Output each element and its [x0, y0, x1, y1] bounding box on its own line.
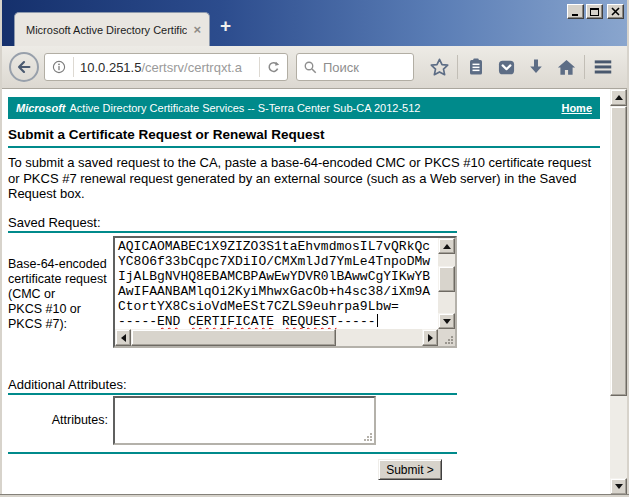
page-scroll-thumb[interactable] — [610, 106, 627, 396]
request-line: YC8O6f33bCqpc7XDiIO/CMXmlJd7YmLe4TnpoDMw — [118, 254, 435, 269]
triangle-up-icon — [615, 95, 623, 100]
saved-request-rule — [8, 231, 457, 233]
attributes-text — [115, 398, 374, 443]
info-icon[interactable] — [51, 59, 67, 75]
browser-window: Microsoft Active Directory Certific... ×… — [0, 0, 629, 497]
request-vertical-scrollbar[interactable] — [438, 238, 455, 329]
triangle-up-icon — [443, 244, 451, 249]
close-icon — [611, 7, 620, 16]
toolbar-divider-2 — [584, 55, 585, 79]
page-scroll-up-button[interactable] — [610, 89, 627, 106]
banner: Microsoft Active Directory Certificate S… — [8, 97, 600, 119]
vertical-scroll-thumb[interactable] — [438, 266, 455, 292]
urlbar-divider — [73, 57, 74, 77]
pocket-button[interactable] — [491, 52, 521, 82]
resize-grip-icon[interactable] — [443, 334, 454, 345]
hamburger-icon — [592, 56, 614, 78]
tab-title: Microsoft Active Directory Certific... — [26, 24, 187, 36]
window-controls — [567, 4, 624, 19]
triangle-left-icon — [121, 334, 126, 342]
home-icon — [556, 57, 577, 78]
minimize-button[interactable] — [567, 4, 584, 19]
request-line: AQICAOMABEC1X9ZIZO3S1taEhvmdmosIL7vQRkQc — [118, 239, 435, 254]
window-frame-left — [0, 0, 2, 497]
back-button[interactable] — [9, 52, 39, 82]
close-button[interactable] — [607, 4, 624, 19]
additional-attributes-rule — [8, 393, 457, 395]
search-box[interactable] — [296, 53, 414, 81]
attributes-label: Attributes: — [8, 413, 108, 427]
request-line: AwIFAANBAMlqOi2KyiMhwxGacOb+h4sc38/iXm9A — [118, 284, 435, 299]
request-textarea[interactable]: AQICAOMABEC1X9ZIZO3S1taEhvmdmosIL7vQRkQc… — [113, 236, 457, 348]
back-arrow-icon — [15, 58, 33, 76]
submit-button[interactable]: Submit > — [378, 459, 442, 480]
bookmark-star-button[interactable] — [424, 52, 454, 82]
search-input[interactable] — [323, 60, 403, 75]
home-link[interactable]: Home — [561, 102, 592, 114]
triangle-right-icon — [428, 334, 433, 342]
titlebar: Microsoft Active Directory Certific... ×… — [0, 0, 629, 46]
url-path: /certsrv/certrqxt.a — [141, 60, 241, 75]
section-title-additional-attributes: Additional Attributes: — [8, 377, 127, 392]
menu-button[interactable] — [588, 52, 618, 82]
attributes-resize-grip-icon[interactable] — [362, 431, 373, 442]
request-line: IjALBgNVHQ8EBAMCBPAwEwYDVR0lBAwwCgYIKwYB — [118, 269, 435, 284]
submit-section-rule — [8, 452, 457, 454]
url-host: 10.0.251.5 — [80, 60, 141, 75]
text-caret — [377, 314, 378, 327]
section-title-saved-request: Saved Request: — [8, 215, 101, 230]
request-line: -----END CERTIFICATE REQUEST----- — [118, 314, 435, 329]
tab[interactable]: Microsoft Active Directory Certific... × — [14, 12, 210, 46]
maximize-icon — [590, 7, 600, 17]
navigation-toolbar: 10.0.251.5/certsrv/certrqxt.a — [2, 46, 627, 89]
horizontal-scroll-thumb[interactable] — [131, 329, 336, 346]
request-horizontal-scrollbar[interactable] — [115, 329, 438, 346]
minimize-icon — [571, 7, 581, 17]
intro-paragraph: To submit a saved request to the CA, pas… — [8, 155, 596, 202]
base64-label: Base-64-encodedcertificate request(CMC o… — [8, 257, 112, 332]
search-icon — [303, 60, 318, 75]
scroll-left-button[interactable] — [115, 329, 131, 346]
triangle-down-icon — [443, 319, 451, 324]
page-heading: Submit a Certificate Request or Renewal … — [8, 127, 325, 142]
url-bar[interactable]: 10.0.251.5/certsrv/certrqxt.a — [44, 53, 288, 81]
scroll-up-button[interactable] — [438, 238, 455, 254]
scroll-right-button[interactable] — [422, 329, 438, 346]
request-text: AQICAOMABEC1X9ZIZO3S1taEhvmdmosIL7vQRkQc… — [115, 238, 438, 329]
bookmarks-menu-button[interactable] — [461, 52, 491, 82]
page-content: Microsoft Active Directory Certificate S… — [2, 89, 610, 495]
textarea-corner — [438, 329, 455, 346]
page-scroll-down-button[interactable] — [610, 478, 627, 495]
triangle-down-icon — [615, 484, 623, 489]
attributes-textarea[interactable] — [113, 396, 376, 445]
star-icon — [429, 57, 450, 78]
tab-close-icon[interactable]: × — [193, 23, 201, 36]
maximize-button[interactable] — [586, 4, 603, 19]
reload-icon[interactable] — [266, 60, 281, 75]
page-scrollbar[interactable] — [610, 89, 627, 495]
pocket-icon — [496, 57, 517, 78]
clipboard-icon — [466, 57, 486, 77]
toolbar-divider — [457, 55, 458, 79]
banner-title: Active Directory Certificate Services --… — [70, 102, 421, 114]
scroll-down-button[interactable] — [438, 313, 455, 329]
new-tab-button[interactable]: + — [220, 16, 231, 35]
heading-rule — [8, 146, 600, 148]
home-button[interactable] — [551, 52, 581, 82]
request-line: CtortYX8CsioVdMeESt7CZLS9euhrpa9Lbw= — [118, 299, 435, 314]
download-icon — [526, 57, 546, 77]
urlbar-divider-2 — [259, 57, 260, 77]
downloads-button[interactable] — [521, 52, 551, 82]
banner-brand: Microsoft — [16, 102, 66, 114]
